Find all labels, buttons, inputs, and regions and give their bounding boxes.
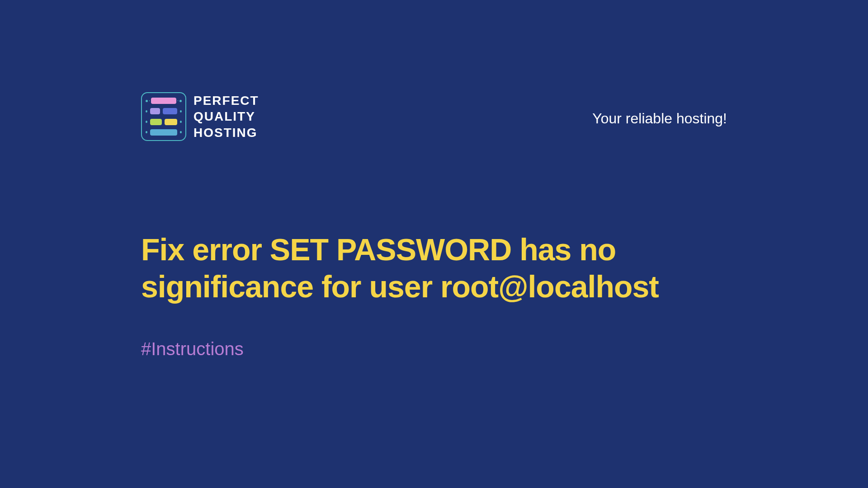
logo-text: PERFECT QUALITY HOSTING bbox=[193, 93, 259, 141]
headline: Fix error SET PASSWORD has no significan… bbox=[141, 231, 727, 305]
content: Fix error SET PASSWORD has no significan… bbox=[141, 231, 727, 359]
hashtag: #Instructions bbox=[141, 339, 727, 359]
logo-line-1: PERFECT bbox=[193, 93, 259, 108]
header: PERFECT QUALITY HOSTING Your reliable ho… bbox=[141, 92, 727, 141]
logo-group: PERFECT QUALITY HOSTING bbox=[141, 92, 259, 141]
logo-line-2: QUALITY bbox=[193, 109, 259, 124]
tagline: Your reliable hosting! bbox=[592, 110, 727, 127]
banner-container: PERFECT QUALITY HOSTING Your reliable ho… bbox=[105, 60, 763, 428]
logo-line-3: HOSTING bbox=[193, 125, 259, 141]
logo-icon bbox=[141, 92, 186, 141]
